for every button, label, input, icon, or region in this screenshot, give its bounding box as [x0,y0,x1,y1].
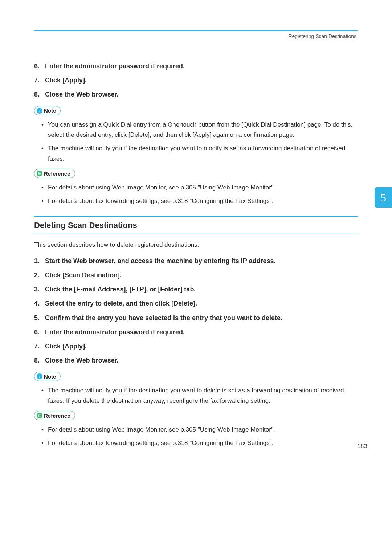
bullet-item: You can unassign a Quick Dial entry from… [41,120,358,141]
step-number: 5. [34,314,45,323]
reference-label: Reference [44,413,70,419]
step-text: Confirm that the entry you have selected… [45,314,282,323]
bullet-item: For details about fax forwarding setting… [41,196,358,207]
step-text: Click [Scan Destination]. [45,271,122,280]
page-content: Registering Scan Destinations 6. Enter t… [0,0,392,466]
bullet-item: For details about using Web Image Monito… [41,183,358,193]
bullet-item: The machine will notify you if the desti… [41,143,358,164]
step-number: 8. [34,90,45,99]
step-text: Click [Apply]. [45,342,87,351]
note-label: Note [44,373,56,380]
note-callout: ↓ Note [34,372,61,381]
step-number: 6. [34,328,45,337]
step-text: Click [Apply]. [45,76,87,85]
reference-callout: E Reference [34,169,75,178]
reference-bullets: For details about using Web Image Monito… [34,183,358,207]
down-arrow-icon: ↓ [37,373,42,379]
reference-callout: E Reference [34,411,75,420]
down-arrow-icon: ↓ [37,108,42,114]
step-item: 7. Click [Apply]. [34,76,358,85]
step-number: 7. [34,76,45,85]
step-number: 1. [34,257,45,266]
note-bullets: The machine will notify you if the desti… [34,385,358,406]
step-text: Click the [E-mail Address], [FTP], or [F… [45,285,196,294]
page-number: 183 [357,443,367,450]
reference-icon: E [37,171,42,176]
step-item: 7. Click [Apply]. [34,342,358,351]
note-label: Note [44,107,56,114]
chapter-number: 5 [380,191,386,204]
reference-label: Reference [44,171,70,177]
step-item: 1. Start the Web browser, and access the… [34,257,358,266]
reference-icon: E [37,413,42,418]
step-number: 3. [34,285,45,294]
step-text: Enter the administrator password if requ… [45,328,185,337]
section-heading: Deleting Scan Destinations [34,221,358,230]
step-item: 4. Select the entry to delete, and then … [34,299,358,308]
step-item: 6. Enter the administrator password if r… [34,62,358,71]
step-number: 6. [34,62,45,71]
header-rule [34,30,358,31]
chapter-tab: 5 [375,187,392,208]
note-bullets: You can unassign a Quick Dial entry from… [34,120,358,165]
step-number: 8. [34,356,45,365]
step-list-a: 6. Enter the administrator password if r… [34,62,358,99]
step-item: 5. Confirm that the entry you have selec… [34,314,358,323]
step-item: 3. Click the [E-mail Address], [FTP], or… [34,285,358,294]
body-content: 6. Enter the administrator password if r… [25,62,367,449]
bullet-item: For details about fax forwarding setting… [41,438,358,449]
step-number: 4. [34,299,45,308]
step-number: 2. [34,271,45,280]
heading-rule-bottom [34,233,358,233]
step-text: Start the Web browser, and access the ma… [45,257,276,266]
section-intro: This section describes how to delete reg… [34,241,358,249]
step-item: 2. Click [Scan Destination]. [34,271,358,280]
step-text: Select the entry to delete, and then cli… [45,299,197,308]
bullet-item: For details about using Web Image Monito… [41,425,358,435]
step-text: Close the Web browser. [45,356,119,365]
step-list-b: 1. Start the Web browser, and access the… [34,257,358,365]
step-item: 8. Close the Web browser. [34,90,358,99]
step-text: Close the Web browser. [45,90,119,99]
step-text: Enter the administrator password if requ… [45,62,185,71]
step-item: 6. Enter the administrator password if r… [34,328,358,337]
section-heading-block: Deleting Scan Destinations [34,216,358,233]
bullet-item: The machine will notify you if the desti… [41,385,358,406]
step-number: 7. [34,342,45,351]
reference-bullets: For details about using Web Image Monito… [34,425,358,449]
heading-rule-top [34,216,358,217]
note-callout: ↓ Note [34,106,61,115]
step-item: 8. Close the Web browser. [34,356,358,365]
running-header: Registering Scan Destinations [25,33,367,39]
